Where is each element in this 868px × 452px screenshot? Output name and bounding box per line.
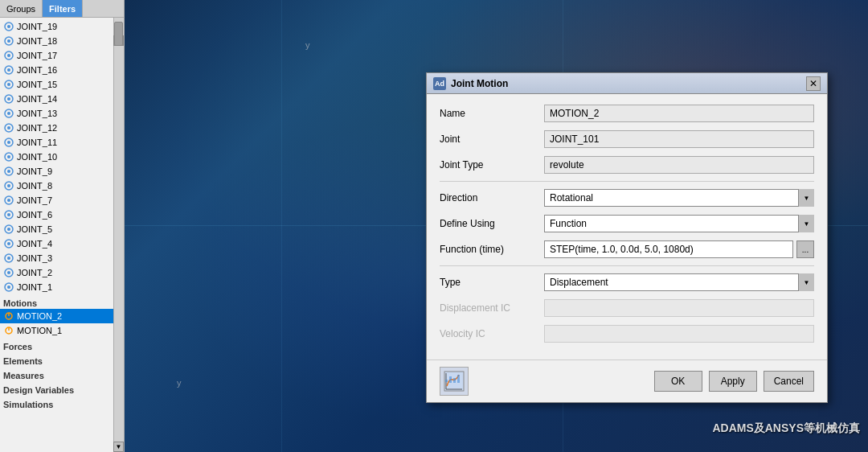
joint-label: Joint	[440, 134, 544, 145]
sidebar-item-joint2[interactable]: JOINT_2	[0, 265, 113, 280]
name-label: Name	[440, 108, 544, 119]
axis-y-label: y	[305, 40, 310, 50]
form-row-displacement-ic: Displacement IC	[440, 298, 814, 318]
define-using-select[interactable]: Function	[544, 215, 814, 232]
joint-icon	[3, 122, 14, 134]
form-row-function-time: Function (time) ...	[440, 240, 814, 259]
joint-type-label: Joint Type	[440, 159, 544, 171]
section-elements: Elements	[0, 354, 113, 367]
joint-icon	[3, 209, 14, 220]
joint-icon	[3, 21, 14, 32]
axis-y-label2: y	[177, 378, 182, 388]
sidebar-item-joint17[interactable]: JOINT_17	[0, 48, 113, 63]
sidebar-item-joint18[interactable]: JOINT_18	[0, 34, 113, 48]
function-time-wrapper: ...	[544, 240, 814, 258]
sidebar-item-joint4[interactable]: JOINT_4	[0, 236, 113, 251]
form-divider-2	[440, 265, 814, 266]
type-select-wrapper: Displacement ▼	[544, 273, 814, 291]
motion-icon	[3, 325, 14, 336]
velocity-ic-input	[544, 325, 814, 343]
sidebar: Groups Filters JOINT_19 JOINT_18 JOINT_1…	[0, 0, 125, 452]
direction-label: Direction	[440, 192, 544, 203]
form-row-type: Type Displacement ▼	[440, 273, 814, 292]
svg-point-21	[7, 170, 10, 173]
type-select[interactable]: Displacement	[544, 273, 814, 291]
scroll-down-arrow[interactable]: ▼	[113, 442, 124, 452]
svg-rect-48	[457, 375, 460, 383]
cancel-button[interactable]: Cancel	[764, 371, 814, 392]
sidebar-item-motion1[interactable]: MOTION_1	[0, 323, 113, 338]
dialog-body: Name MOTION_2 Joint JOINT_101 Joint Type…	[427, 94, 827, 360]
ok-button[interactable]: OK	[654, 371, 702, 392]
footer-icon	[440, 367, 469, 396]
apply-button[interactable]: Apply	[709, 371, 757, 392]
tab-groups[interactable]: Groups	[0, 0, 43, 17]
dialog-footer: OK Apply Cancel	[427, 360, 827, 402]
form-row-velocity-ic: Velocity IC	[440, 324, 814, 343]
svg-point-5	[7, 54, 10, 57]
sidebar-item-joint14[interactable]: JOINT_14	[0, 92, 113, 106]
joint-icon	[3, 195, 14, 206]
sidebar-item-joint13[interactable]: JOINT_13	[0, 106, 113, 121]
form-row-define-using: Define Using Function ▼	[440, 214, 814, 233]
svg-point-9	[7, 83, 10, 86]
sidebar-tabs: Groups Filters	[0, 0, 124, 18]
tab-filters[interactable]: Filters	[43, 0, 83, 17]
motion-graphic-icon	[443, 370, 465, 392]
sidebar-list[interactable]: JOINT_19 JOINT_18 JOINT_17 JOINT_16 JOIN…	[0, 18, 124, 452]
sidebar-item-motion2[interactable]: MOTION_2	[0, 309, 113, 323]
svg-point-13	[7, 112, 10, 115]
svg-rect-45	[445, 380, 448, 382]
sidebar-item-joint3[interactable]: JOINT_3	[0, 251, 113, 265]
dialog-titlebar: Ad Joint Motion ✕	[427, 73, 827, 94]
svg-point-1	[7, 25, 10, 28]
type-label: Type	[440, 277, 544, 288]
sidebar-item-joint12[interactable]: JOINT_12	[0, 121, 113, 135]
sidebar-item-joint16[interactable]: JOINT_16	[0, 63, 113, 77]
function-time-label: Function (time)	[440, 244, 544, 255]
svg-point-19	[7, 155, 10, 158]
section-motions: Motions	[0, 296, 113, 309]
joint-icon	[3, 281, 14, 293]
direction-select[interactable]: Rotational	[544, 189, 814, 207]
joint-icon	[3, 35, 14, 47]
define-using-label: Define Using	[440, 218, 544, 229]
velocity-ic-label: Velocity IC	[440, 328, 544, 339]
sidebar-item-joint19[interactable]: JOINT_19	[0, 19, 113, 34]
joint-icon	[3, 166, 14, 177]
joint-icon	[3, 253, 14, 264]
svg-point-11	[7, 97, 10, 101]
dialog-title: Joint Motion	[451, 78, 806, 89]
section-measures: Measures	[0, 368, 113, 381]
joint-icon	[3, 238, 14, 249]
svg-point-7	[7, 68, 10, 72]
direction-select-wrapper: Rotational ▼	[544, 189, 814, 207]
dialog-close-button[interactable]: ✕	[806, 76, 821, 91]
sidebar-item-joint7[interactable]: JOINT_7	[0, 193, 113, 208]
joint-type-value: revolute	[544, 156, 814, 174]
sidebar-item-joint8[interactable]: JOINT_8	[0, 179, 113, 193]
svg-point-35	[7, 271, 10, 274]
sidebar-item-joint15[interactable]: JOINT_15	[0, 77, 113, 92]
define-using-select-wrapper: Function ▼	[544, 215, 814, 232]
sidebar-item-joint11[interactable]: JOINT_11	[0, 135, 113, 150]
sidebar-item-joint9[interactable]: JOINT_9	[0, 164, 113, 179]
form-row-name: Name MOTION_2	[440, 104, 814, 123]
svg-rect-47	[453, 378, 456, 383]
scroll-thumb[interactable]	[114, 22, 123, 46]
form-row-joint: Joint JOINT_101	[440, 129, 814, 149]
sidebar-item-joint5[interactable]: JOINT_5	[0, 222, 113, 236]
form-divider-1	[440, 181, 814, 182]
joint-motion-dialog: Ad Joint Motion ✕ Name MOTION_2 Joint JO…	[426, 72, 828, 403]
joint-icon	[3, 137, 14, 148]
sidebar-item-joint10[interactable]: JOINT_10	[0, 150, 113, 164]
displacement-ic-label: Displacement IC	[440, 302, 544, 314]
sidebar-item-joint6[interactable]: JOINT_6	[0, 208, 113, 222]
svg-point-31	[7, 242, 10, 245]
function-time-input[interactable]	[544, 240, 793, 258]
dialog-title-icon: Ad	[433, 77, 446, 90]
function-time-browse-button[interactable]: ...	[796, 240, 814, 258]
sidebar-item-joint1[interactable]: JOINT_1	[0, 280, 113, 294]
svg-point-29	[7, 228, 10, 231]
scrollbar[interactable]: ▲ ▼	[113, 18, 124, 452]
